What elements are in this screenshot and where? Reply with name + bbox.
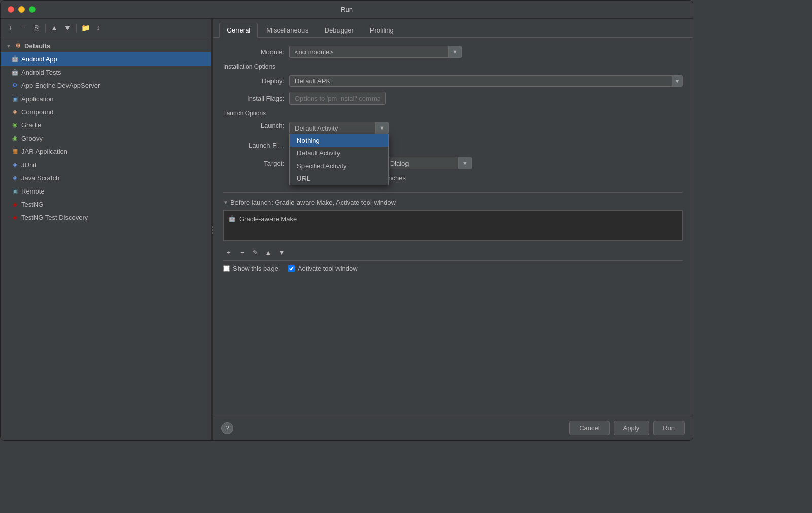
deploy-value: Default APK: [295, 77, 669, 85]
sidebar-item-java-scratch[interactable]: ◈ Java Scratch: [1, 171, 211, 184]
deploy-dropdown-arrow: ▼: [672, 76, 682, 86]
sidebar-tree: ▼ ⚙ Defaults 🤖 Android App 🤖 Android Tes…: [1, 37, 211, 440]
launch-options-label: Launch Options: [223, 110, 683, 117]
sidebar-item-label: Remote: [21, 187, 45, 195]
module-dropdown[interactable]: <no module> ▼: [289, 46, 462, 58]
install-flags-control: [289, 92, 683, 105]
up-button[interactable]: ▲: [49, 22, 60, 34]
launch-control: Default Activity ▼ Nothing Default Activ…: [289, 122, 683, 134]
show-page-checkbox[interactable]: [223, 265, 230, 272]
bl-edit-button[interactable]: ✎: [250, 247, 261, 258]
activate-tool-checkbox[interactable]: [288, 265, 295, 272]
android-tests-icon: 🤖: [11, 68, 19, 76]
launch-option-default-activity[interactable]: Default Activity: [290, 147, 388, 159]
sidebar-item-junit[interactable]: ◈ JUnit: [1, 158, 211, 171]
show-page-option: Show this page: [223, 265, 278, 272]
install-flags-label: Install Flags:: [223, 94, 289, 102]
bl-remove-button[interactable]: −: [236, 247, 248, 258]
copy-config-button[interactable]: ⎘: [31, 22, 42, 34]
tree-root-defaults[interactable]: ▼ ⚙ Defaults: [1, 39, 211, 52]
groovy-icon: ◉: [11, 134, 19, 142]
apply-button[interactable]: Apply: [614, 421, 650, 435]
before-launch-list: 🤖 Gradle-aware Make: [223, 210, 683, 241]
show-page-label[interactable]: Show this page: [233, 265, 278, 272]
content-area: Module: <no module> ▼ Installation Optio…: [213, 38, 693, 415]
launch-row: Launch: Default Activity ▼ Nothing Defau…: [223, 122, 683, 134]
launch-option-specified-activity[interactable]: Specified Activity: [290, 159, 388, 172]
sidebar-item-label: Android App: [21, 55, 57, 63]
sidebar-item-testng[interactable]: ◈ TestNG: [1, 198, 211, 211]
remove-config-button[interactable]: −: [18, 22, 29, 34]
deploy-label: Deploy:: [223, 77, 289, 85]
bl-add-button[interactable]: +: [223, 247, 234, 258]
sidebar-item-remote[interactable]: ▣ Remote: [1, 184, 211, 198]
before-launch-header[interactable]: ▼ Before launch: Gradle-aware Make, Acti…: [223, 199, 683, 206]
down-button[interactable]: ▼: [62, 22, 73, 34]
before-launch-label: Before launch: Gradle-aware Make, Activa…: [230, 199, 396, 206]
main-content: + − ⎘ ▲ ▼ 📁 ↕ ▼ ⚙ Defaults: [1, 19, 693, 440]
target-dropdown-arrow: ▼: [458, 157, 471, 169]
java-scratch-icon: ◈: [11, 174, 19, 182]
minimize-button[interactable]: [18, 6, 25, 13]
app-engine-icon: ⚙: [11, 81, 19, 89]
folder-button[interactable]: 📁: [80, 22, 91, 34]
sidebar-item-jar[interactable]: ▦ JAR Application: [1, 145, 211, 158]
sidebar-item-label: Groovy: [21, 135, 43, 142]
sidebar-item-gradle[interactable]: ◉ Gradle: [1, 118, 211, 132]
launch-option-url[interactable]: URL: [290, 172, 388, 185]
close-button[interactable]: [8, 6, 14, 13]
deploy-dropdown[interactable]: Default APK ▼: [289, 75, 683, 87]
activate-option: Activate tool window: [288, 265, 358, 272]
target-label: Target:: [223, 159, 289, 167]
launch-option-nothing[interactable]: Nothing: [290, 134, 388, 147]
testng-discovery-icon: ◈: [11, 213, 19, 221]
cancel-button[interactable]: Cancel: [569, 421, 609, 435]
sidebar: + − ⎘ ▲ ▼ 📁 ↕ ▼ ⚙ Defaults: [1, 19, 211, 440]
launch-flags-label: Launch Fl…: [223, 142, 289, 149]
installation-options-label: Installation Options: [223, 63, 683, 70]
footer-left: ?: [221, 422, 565, 434]
sidebar-item-label: JAR Application: [21, 148, 67, 155]
bottom-options: Show this page Activate tool window: [223, 260, 683, 276]
sidebar-item-label: Application: [21, 95, 54, 103]
sidebar-item-compound[interactable]: ◈ Compound: [1, 105, 211, 118]
tree-root-label: Defaults: [24, 42, 50, 50]
before-launch-item: 🤖 Gradle-aware Make: [228, 214, 678, 224]
sidebar-item-label: JUnit: [21, 161, 37, 169]
sidebar-item-testng-discovery[interactable]: ◈ TestNG Test Discovery: [1, 211, 211, 224]
install-flags-input[interactable]: [289, 92, 386, 105]
gradle-make-label: Gradle-aware Make: [239, 215, 297, 223]
sort-button[interactable]: ↕: [93, 22, 104, 34]
run-button[interactable]: Run: [653, 421, 685, 435]
sidebar-item-label: Compound: [21, 108, 54, 116]
launch-dropdown[interactable]: Default Activity ▼: [289, 122, 389, 134]
maximize-button[interactable]: [29, 6, 36, 13]
titlebar: Run: [1, 1, 693, 19]
sidebar-item-label: Android Tests: [21, 69, 61, 76]
help-button[interactable]: ?: [221, 422, 233, 434]
sidebar-item-app-engine[interactable]: ⚙ App Engine DevAppServer: [1, 79, 211, 92]
add-config-button[interactable]: +: [5, 22, 16, 34]
sidebar-item-android-app[interactable]: 🤖 Android App: [1, 52, 211, 66]
activate-tool-label[interactable]: Activate tool window: [298, 265, 358, 272]
sidebar-item-label: TestNG: [21, 201, 43, 208]
sidebar-item-label: Gradle: [21, 121, 41, 129]
sidebar-item-application[interactable]: ▣ Application: [1, 92, 211, 105]
tab-general[interactable]: General: [219, 23, 258, 38]
bl-down-button[interactable]: ▼: [276, 247, 287, 258]
tab-miscellaneous[interactable]: Miscellaneous: [259, 23, 316, 37]
window-controls: [8, 6, 36, 13]
sidebar-item-android-tests[interactable]: 🤖 Android Tests: [1, 66, 211, 79]
junit-icon: ◈: [11, 161, 19, 169]
toolbar-separator-2: [76, 24, 77, 32]
bl-up-button[interactable]: ▲: [263, 247, 274, 258]
before-launch-toolbar: + − ✎ ▲ ▼: [223, 245, 683, 260]
window-title: Run: [341, 6, 353, 13]
launch-value: Default Activity: [295, 124, 372, 132]
sidebar-item-groovy[interactable]: ◉ Groovy: [1, 132, 211, 145]
tab-debugger[interactable]: Debugger: [317, 23, 361, 37]
defaults-icon: ⚙: [14, 42, 22, 50]
tab-profiling[interactable]: Profiling: [362, 23, 401, 37]
sidebar-item-label: App Engine DevAppServer: [21, 82, 100, 89]
footer: ? Cancel Apply Run: [213, 415, 693, 440]
